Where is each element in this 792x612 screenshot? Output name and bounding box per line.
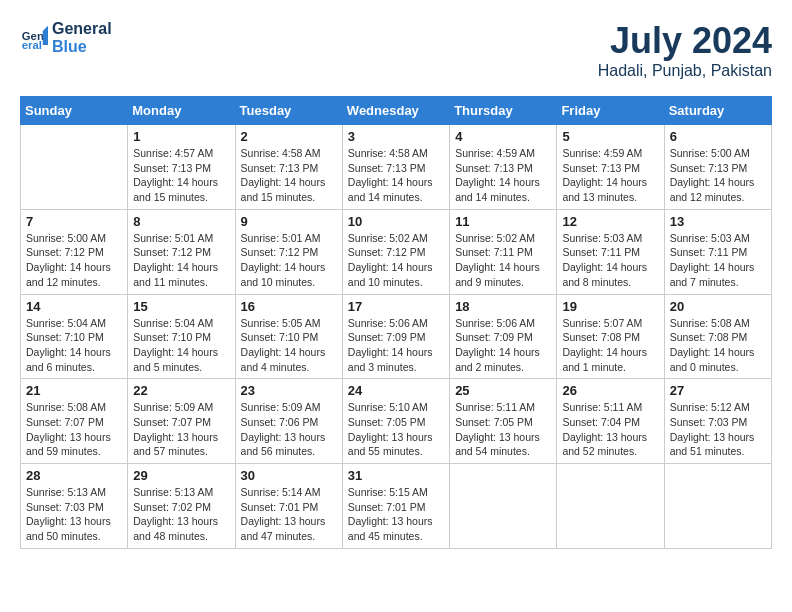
calendar-cell: 31Sunrise: 5:15 AMSunset: 7:01 PMDayligh… bbox=[342, 464, 449, 549]
logo-blue: Blue bbox=[52, 38, 112, 56]
calendar-table: SundayMondayTuesdayWednesdayThursdayFrid… bbox=[20, 96, 772, 549]
calendar-cell: 25Sunrise: 5:11 AMSunset: 7:05 PMDayligh… bbox=[450, 379, 557, 464]
day-info: Sunrise: 5:07 AMSunset: 7:08 PMDaylight:… bbox=[562, 316, 658, 375]
day-number: 16 bbox=[241, 299, 337, 314]
weekday-header: Thursday bbox=[450, 97, 557, 125]
day-info: Sunrise: 5:08 AMSunset: 7:08 PMDaylight:… bbox=[670, 316, 766, 375]
day-info: Sunrise: 5:02 AMSunset: 7:12 PMDaylight:… bbox=[348, 231, 444, 290]
calendar-week-row: 14Sunrise: 5:04 AMSunset: 7:10 PMDayligh… bbox=[21, 294, 772, 379]
day-number: 2 bbox=[241, 129, 337, 144]
day-info: Sunrise: 5:03 AMSunset: 7:11 PMDaylight:… bbox=[562, 231, 658, 290]
day-info: Sunrise: 5:13 AMSunset: 7:02 PMDaylight:… bbox=[133, 485, 229, 544]
day-number: 22 bbox=[133, 383, 229, 398]
day-info: Sunrise: 5:04 AMSunset: 7:10 PMDaylight:… bbox=[26, 316, 122, 375]
calendar-header-row: SundayMondayTuesdayWednesdayThursdayFrid… bbox=[21, 97, 772, 125]
day-number: 23 bbox=[241, 383, 337, 398]
day-info: Sunrise: 5:00 AMSunset: 7:12 PMDaylight:… bbox=[26, 231, 122, 290]
day-info: Sunrise: 5:13 AMSunset: 7:03 PMDaylight:… bbox=[26, 485, 122, 544]
calendar-cell: 29Sunrise: 5:13 AMSunset: 7:02 PMDayligh… bbox=[128, 464, 235, 549]
calendar-cell: 18Sunrise: 5:06 AMSunset: 7:09 PMDayligh… bbox=[450, 294, 557, 379]
day-info: Sunrise: 4:58 AMSunset: 7:13 PMDaylight:… bbox=[348, 146, 444, 205]
calendar-week-row: 21Sunrise: 5:08 AMSunset: 7:07 PMDayligh… bbox=[21, 379, 772, 464]
calendar-cell: 9Sunrise: 5:01 AMSunset: 7:12 PMDaylight… bbox=[235, 209, 342, 294]
day-info: Sunrise: 5:00 AMSunset: 7:13 PMDaylight:… bbox=[670, 146, 766, 205]
location: Hadali, Punjab, Pakistan bbox=[598, 62, 772, 80]
day-info: Sunrise: 4:57 AMSunset: 7:13 PMDaylight:… bbox=[133, 146, 229, 205]
calendar-cell: 26Sunrise: 5:11 AMSunset: 7:04 PMDayligh… bbox=[557, 379, 664, 464]
day-info: Sunrise: 5:12 AMSunset: 7:03 PMDaylight:… bbox=[670, 400, 766, 459]
day-info: Sunrise: 5:15 AMSunset: 7:01 PMDaylight:… bbox=[348, 485, 444, 544]
day-number: 27 bbox=[670, 383, 766, 398]
day-info: Sunrise: 5:02 AMSunset: 7:11 PMDaylight:… bbox=[455, 231, 551, 290]
day-info: Sunrise: 5:01 AMSunset: 7:12 PMDaylight:… bbox=[133, 231, 229, 290]
weekday-header: Monday bbox=[128, 97, 235, 125]
calendar-cell bbox=[664, 464, 771, 549]
day-number: 17 bbox=[348, 299, 444, 314]
logo-icon: Gen eral bbox=[20, 24, 48, 52]
day-number: 19 bbox=[562, 299, 658, 314]
calendar-week-row: 28Sunrise: 5:13 AMSunset: 7:03 PMDayligh… bbox=[21, 464, 772, 549]
calendar-cell: 17Sunrise: 5:06 AMSunset: 7:09 PMDayligh… bbox=[342, 294, 449, 379]
calendar-cell: 30Sunrise: 5:14 AMSunset: 7:01 PMDayligh… bbox=[235, 464, 342, 549]
day-info: Sunrise: 4:59 AMSunset: 7:13 PMDaylight:… bbox=[562, 146, 658, 205]
day-number: 30 bbox=[241, 468, 337, 483]
day-number: 8 bbox=[133, 214, 229, 229]
day-info: Sunrise: 5:04 AMSunset: 7:10 PMDaylight:… bbox=[133, 316, 229, 375]
day-number: 10 bbox=[348, 214, 444, 229]
calendar-cell: 13Sunrise: 5:03 AMSunset: 7:11 PMDayligh… bbox=[664, 209, 771, 294]
page-header: Gen eral General Blue July 2024 Hadali, … bbox=[20, 20, 772, 80]
calendar-cell: 7Sunrise: 5:00 AMSunset: 7:12 PMDaylight… bbox=[21, 209, 128, 294]
calendar-cell: 1Sunrise: 4:57 AMSunset: 7:13 PMDaylight… bbox=[128, 125, 235, 210]
day-info: Sunrise: 5:06 AMSunset: 7:09 PMDaylight:… bbox=[348, 316, 444, 375]
day-number: 28 bbox=[26, 468, 122, 483]
day-number: 15 bbox=[133, 299, 229, 314]
day-info: Sunrise: 5:11 AMSunset: 7:04 PMDaylight:… bbox=[562, 400, 658, 459]
calendar-cell: 15Sunrise: 5:04 AMSunset: 7:10 PMDayligh… bbox=[128, 294, 235, 379]
day-number: 31 bbox=[348, 468, 444, 483]
day-number: 24 bbox=[348, 383, 444, 398]
calendar-cell: 11Sunrise: 5:02 AMSunset: 7:11 PMDayligh… bbox=[450, 209, 557, 294]
weekday-header: Friday bbox=[557, 97, 664, 125]
day-number: 20 bbox=[670, 299, 766, 314]
day-number: 12 bbox=[562, 214, 658, 229]
day-info: Sunrise: 4:59 AMSunset: 7:13 PMDaylight:… bbox=[455, 146, 551, 205]
calendar-cell: 16Sunrise: 5:05 AMSunset: 7:10 PMDayligh… bbox=[235, 294, 342, 379]
day-info: Sunrise: 5:08 AMSunset: 7:07 PMDaylight:… bbox=[26, 400, 122, 459]
day-info: Sunrise: 5:11 AMSunset: 7:05 PMDaylight:… bbox=[455, 400, 551, 459]
day-info: Sunrise: 4:58 AMSunset: 7:13 PMDaylight:… bbox=[241, 146, 337, 205]
logo: Gen eral General Blue bbox=[20, 20, 112, 55]
day-number: 25 bbox=[455, 383, 551, 398]
day-info: Sunrise: 5:03 AMSunset: 7:11 PMDaylight:… bbox=[670, 231, 766, 290]
day-number: 14 bbox=[26, 299, 122, 314]
day-number: 4 bbox=[455, 129, 551, 144]
calendar-cell: 28Sunrise: 5:13 AMSunset: 7:03 PMDayligh… bbox=[21, 464, 128, 549]
weekday-header: Saturday bbox=[664, 97, 771, 125]
day-number: 13 bbox=[670, 214, 766, 229]
day-info: Sunrise: 5:10 AMSunset: 7:05 PMDaylight:… bbox=[348, 400, 444, 459]
day-number: 21 bbox=[26, 383, 122, 398]
svg-text:eral: eral bbox=[22, 39, 42, 51]
day-info: Sunrise: 5:14 AMSunset: 7:01 PMDaylight:… bbox=[241, 485, 337, 544]
calendar-cell: 27Sunrise: 5:12 AMSunset: 7:03 PMDayligh… bbox=[664, 379, 771, 464]
calendar-cell: 12Sunrise: 5:03 AMSunset: 7:11 PMDayligh… bbox=[557, 209, 664, 294]
day-number: 1 bbox=[133, 129, 229, 144]
calendar-cell bbox=[21, 125, 128, 210]
calendar-cell: 5Sunrise: 4:59 AMSunset: 7:13 PMDaylight… bbox=[557, 125, 664, 210]
calendar-week-row: 1Sunrise: 4:57 AMSunset: 7:13 PMDaylight… bbox=[21, 125, 772, 210]
day-info: Sunrise: 5:09 AMSunset: 7:06 PMDaylight:… bbox=[241, 400, 337, 459]
calendar-cell bbox=[450, 464, 557, 549]
day-info: Sunrise: 5:09 AMSunset: 7:07 PMDaylight:… bbox=[133, 400, 229, 459]
day-number: 9 bbox=[241, 214, 337, 229]
day-number: 5 bbox=[562, 129, 658, 144]
calendar-cell: 22Sunrise: 5:09 AMSunset: 7:07 PMDayligh… bbox=[128, 379, 235, 464]
calendar-cell: 23Sunrise: 5:09 AMSunset: 7:06 PMDayligh… bbox=[235, 379, 342, 464]
day-info: Sunrise: 5:01 AMSunset: 7:12 PMDaylight:… bbox=[241, 231, 337, 290]
title-area: July 2024 Hadali, Punjab, Pakistan bbox=[598, 20, 772, 80]
day-number: 26 bbox=[562, 383, 658, 398]
calendar-cell: 14Sunrise: 5:04 AMSunset: 7:10 PMDayligh… bbox=[21, 294, 128, 379]
calendar-cell: 2Sunrise: 4:58 AMSunset: 7:13 PMDaylight… bbox=[235, 125, 342, 210]
weekday-header: Sunday bbox=[21, 97, 128, 125]
calendar-cell: 6Sunrise: 5:00 AMSunset: 7:13 PMDaylight… bbox=[664, 125, 771, 210]
weekday-header: Wednesday bbox=[342, 97, 449, 125]
calendar-cell: 10Sunrise: 5:02 AMSunset: 7:12 PMDayligh… bbox=[342, 209, 449, 294]
